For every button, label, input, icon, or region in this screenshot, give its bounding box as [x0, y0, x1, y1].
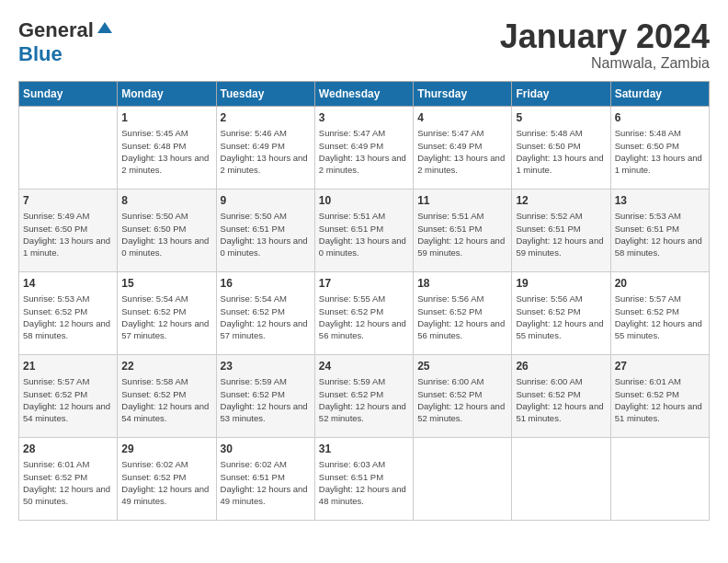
- calendar-day-cell: 6Sunrise: 5:48 AMSunset: 6:50 PMDaylight…: [610, 106, 709, 189]
- day-number: 23: [221, 359, 311, 374]
- day-number: 7: [23, 193, 113, 209]
- day-number: 30: [221, 442, 311, 457]
- day-info: Sunrise: 5:57 AMSunset: 6:52 PMDaylight:…: [615, 293, 705, 341]
- calendar-day-cell: 29Sunrise: 6:02 AMSunset: 6:52 PMDayligh…: [118, 437, 216, 520]
- day-info: Sunrise: 5:48 AMSunset: 6:50 PMDaylight:…: [516, 127, 606, 176]
- calendar-day-cell: [19, 106, 118, 189]
- day-info: Sunrise: 5:53 AMSunset: 6:52 PMDaylight:…: [23, 293, 113, 341]
- day-number: 5: [516, 110, 606, 126]
- calendar-day-cell: 16Sunrise: 5:54 AMSunset: 6:52 PMDayligh…: [216, 271, 314, 354]
- calendar-day-cell: 17Sunrise: 5:55 AMSunset: 6:52 PMDayligh…: [314, 271, 413, 354]
- calendar-day-cell: 13Sunrise: 5:53 AMSunset: 6:51 PMDayligh…: [610, 189, 709, 271]
- calendar-day-cell: 3Sunrise: 5:47 AMSunset: 6:49 PMDaylight…: [314, 106, 413, 189]
- calendar-day-cell: 24Sunrise: 5:59 AMSunset: 6:52 PMDayligh…: [314, 354, 413, 437]
- calendar-day-cell: 1Sunrise: 5:45 AMSunset: 6:48 PMDaylight…: [118, 106, 216, 189]
- calendar-day-cell: 23Sunrise: 5:59 AMSunset: 6:52 PMDayligh…: [216, 354, 314, 437]
- calendar-day-cell: 25Sunrise: 6:00 AMSunset: 6:52 PMDayligh…: [414, 354, 512, 437]
- day-number: 6: [615, 110, 705, 126]
- day-number: 19: [516, 276, 606, 292]
- day-info: Sunrise: 6:01 AMSunset: 6:52 PMDaylight:…: [23, 458, 113, 507]
- day-of-week-header: Friday: [512, 81, 610, 106]
- day-info: Sunrise: 5:56 AMSunset: 6:52 PMDaylight:…: [516, 293, 606, 341]
- calendar-week-row: 28Sunrise: 6:01 AMSunset: 6:52 PMDayligh…: [19, 437, 710, 520]
- calendar-day-cell: 22Sunrise: 5:58 AMSunset: 6:52 PMDayligh…: [118, 354, 216, 437]
- day-number: 4: [417, 110, 507, 126]
- day-number: 10: [319, 193, 409, 209]
- day-number: 25: [417, 359, 507, 374]
- calendar-day-cell: 19Sunrise: 5:56 AMSunset: 6:52 PMDayligh…: [512, 271, 610, 354]
- calendar-day-cell: 11Sunrise: 5:51 AMSunset: 6:51 PMDayligh…: [414, 189, 512, 271]
- day-number: 26: [516, 359, 606, 374]
- day-info: Sunrise: 5:58 AMSunset: 6:52 PMDaylight:…: [121, 375, 211, 424]
- calendar-week-row: 7Sunrise: 5:49 AMSunset: 6:50 PMDaylight…: [19, 189, 710, 271]
- calendar-day-cell: 8Sunrise: 5:50 AMSunset: 6:50 PMDaylight…: [118, 189, 216, 271]
- day-number: 13: [615, 193, 705, 209]
- day-of-week-header: Sunday: [19, 81, 118, 106]
- calendar-day-cell: 30Sunrise: 6:02 AMSunset: 6:51 PMDayligh…: [216, 437, 314, 520]
- calendar-day-cell: 20Sunrise: 5:57 AMSunset: 6:52 PMDayligh…: [610, 271, 709, 354]
- calendar-day-cell: [414, 437, 512, 520]
- day-info: Sunrise: 6:00 AMSunset: 6:52 PMDaylight:…: [516, 375, 606, 424]
- day-info: Sunrise: 6:01 AMSunset: 6:52 PMDaylight:…: [615, 375, 705, 424]
- day-info: Sunrise: 5:49 AMSunset: 6:50 PMDaylight:…: [23, 210, 113, 259]
- day-number: 20: [615, 276, 705, 292]
- calendar-day-cell: 5Sunrise: 5:48 AMSunset: 6:50 PMDaylight…: [512, 106, 610, 189]
- logo-icon: [96, 20, 114, 39]
- day-number: 1: [121, 110, 211, 126]
- day-number: 8: [121, 193, 211, 209]
- day-info: Sunrise: 5:48 AMSunset: 6:50 PMDaylight:…: [615, 127, 705, 176]
- day-number: 15: [121, 276, 211, 292]
- day-number: 16: [221, 276, 311, 292]
- calendar-week-row: 14Sunrise: 5:53 AMSunset: 6:52 PMDayligh…: [19, 271, 710, 354]
- logo-general-text: General: [18, 18, 94, 42]
- day-info: Sunrise: 5:53 AMSunset: 6:51 PMDaylight:…: [615, 210, 705, 259]
- day-info: Sunrise: 5:51 AMSunset: 6:51 PMDaylight:…: [319, 210, 409, 259]
- day-info: Sunrise: 6:00 AMSunset: 6:52 PMDaylight:…: [417, 375, 507, 424]
- day-info: Sunrise: 5:47 AMSunset: 6:49 PMDaylight:…: [417, 127, 507, 176]
- calendar-day-cell: [512, 437, 610, 520]
- day-number: 2: [221, 110, 311, 126]
- day-info: Sunrise: 6:03 AMSunset: 6:51 PMDaylight:…: [319, 458, 409, 507]
- day-of-week-header: Wednesday: [314, 81, 413, 106]
- calendar-day-cell: 26Sunrise: 6:00 AMSunset: 6:52 PMDayligh…: [512, 354, 610, 437]
- calendar-day-cell: 31Sunrise: 6:03 AMSunset: 6:51 PMDayligh…: [314, 437, 413, 520]
- day-info: Sunrise: 5:57 AMSunset: 6:52 PMDaylight:…: [23, 375, 113, 424]
- calendar-day-cell: 18Sunrise: 5:56 AMSunset: 6:52 PMDayligh…: [414, 271, 512, 354]
- calendar-day-cell: 9Sunrise: 5:50 AMSunset: 6:51 PMDaylight…: [216, 189, 314, 271]
- day-number: 27: [615, 359, 705, 374]
- svg-marker-0: [97, 22, 112, 33]
- calendar-table: SundayMondayTuesdayWednesdayThursdayFrid…: [18, 81, 710, 521]
- day-number: 28: [23, 442, 113, 457]
- day-info: Sunrise: 5:50 AMSunset: 6:51 PMDaylight:…: [221, 210, 311, 259]
- title-area: January 2024 Namwala, Zambia: [500, 18, 710, 72]
- day-number: 17: [319, 276, 409, 292]
- day-info: Sunrise: 5:55 AMSunset: 6:52 PMDaylight:…: [319, 293, 409, 341]
- calendar-day-cell: 7Sunrise: 5:49 AMSunset: 6:50 PMDaylight…: [19, 189, 118, 271]
- day-info: Sunrise: 5:54 AMSunset: 6:52 PMDaylight:…: [121, 293, 211, 341]
- day-of-week-header: Tuesday: [216, 81, 314, 106]
- day-number: 31: [319, 442, 409, 457]
- day-info: Sunrise: 5:51 AMSunset: 6:51 PMDaylight:…: [417, 210, 507, 259]
- day-info: Sunrise: 5:54 AMSunset: 6:52 PMDaylight:…: [221, 293, 311, 341]
- calendar-day-cell: 4Sunrise: 5:47 AMSunset: 6:49 PMDaylight…: [414, 106, 512, 189]
- day-info: Sunrise: 5:47 AMSunset: 6:49 PMDaylight:…: [319, 127, 409, 176]
- day-info: Sunrise: 6:02 AMSunset: 6:51 PMDaylight:…: [221, 458, 311, 507]
- month-title: January 2024: [500, 18, 710, 55]
- location-title: Namwala, Zambia: [500, 55, 710, 72]
- calendar-day-cell: 27Sunrise: 6:01 AMSunset: 6:52 PMDayligh…: [610, 354, 709, 437]
- day-number: 3: [319, 110, 409, 126]
- calendar-header: SundayMondayTuesdayWednesdayThursdayFrid…: [19, 81, 710, 106]
- day-info: Sunrise: 5:59 AMSunset: 6:52 PMDaylight:…: [319, 375, 409, 424]
- calendar-day-cell: 15Sunrise: 5:54 AMSunset: 6:52 PMDayligh…: [118, 271, 216, 354]
- calendar-day-cell: 10Sunrise: 5:51 AMSunset: 6:51 PMDayligh…: [314, 189, 413, 271]
- calendar-day-cell: [610, 437, 709, 520]
- day-number: 12: [516, 193, 606, 209]
- calendar-day-cell: 21Sunrise: 5:57 AMSunset: 6:52 PMDayligh…: [19, 354, 118, 437]
- calendar-day-cell: 14Sunrise: 5:53 AMSunset: 6:52 PMDayligh…: [19, 271, 118, 354]
- day-info: Sunrise: 5:59 AMSunset: 6:52 PMDaylight:…: [221, 375, 311, 424]
- day-info: Sunrise: 5:46 AMSunset: 6:49 PMDaylight:…: [221, 127, 311, 176]
- day-number: 21: [23, 359, 113, 374]
- day-info: Sunrise: 5:50 AMSunset: 6:50 PMDaylight:…: [121, 210, 211, 259]
- day-of-week-header: Thursday: [414, 81, 512, 106]
- calendar-week-row: 21Sunrise: 5:57 AMSunset: 6:52 PMDayligh…: [19, 354, 710, 437]
